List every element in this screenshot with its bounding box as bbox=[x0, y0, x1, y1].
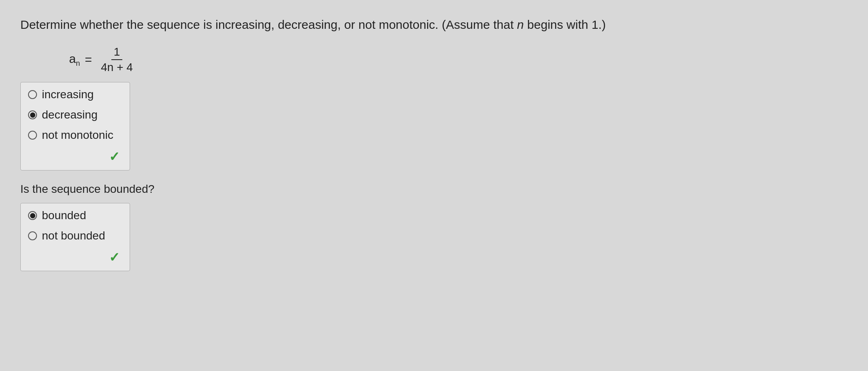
option-not-bounded-label: not bounded bbox=[42, 229, 105, 242]
fraction-numerator: 1 bbox=[111, 45, 123, 60]
option-increasing-label: increasing bbox=[42, 88, 94, 101]
option-decreasing-label: decreasing bbox=[42, 108, 98, 121]
question-main: Determine whether the sequence is increa… bbox=[20, 18, 517, 31]
radio-not-bounded[interactable] bbox=[28, 231, 37, 240]
option-bounded-label: bounded bbox=[42, 209, 86, 222]
formula-fraction: 1 4n + 4 bbox=[98, 45, 135, 74]
question-text: Determine whether the sequence is increa… bbox=[20, 16, 848, 33]
bounded-question-text: Is the sequence bounded? bbox=[20, 183, 848, 196]
option-not-bounded[interactable]: not bounded bbox=[28, 229, 120, 242]
formula-equals: = bbox=[85, 53, 92, 67]
fraction-denominator: 4n + 4 bbox=[98, 60, 135, 74]
formula-subscript: n bbox=[76, 59, 80, 67]
radio-bounded-fill bbox=[30, 213, 35, 218]
option-decreasing[interactable]: decreasing bbox=[28, 108, 120, 121]
question-italic-n: n bbox=[517, 18, 524, 31]
option-not-monotonic[interactable]: not monotonic bbox=[28, 129, 120, 142]
bounded-checkmark-icon: ✓ bbox=[109, 250, 120, 265]
radio-increasing[interactable] bbox=[28, 90, 37, 99]
formula-lhs: an bbox=[69, 52, 80, 68]
radio-bounded[interactable] bbox=[28, 211, 37, 220]
option-bounded[interactable]: bounded bbox=[28, 209, 120, 222]
monotonic-checkmark-row: ✓ bbox=[28, 149, 120, 164]
bounded-checkmark-row: ✓ bbox=[28, 250, 120, 265]
radio-decreasing-fill bbox=[30, 112, 35, 118]
radio-decreasing[interactable] bbox=[28, 110, 37, 119]
option-not-monotonic-label: not monotonic bbox=[42, 129, 113, 142]
monotonic-options-box: increasing decreasing not monotonic ✓ bbox=[20, 82, 130, 170]
bounded-options-box: bounded not bounded ✓ bbox=[20, 203, 130, 271]
formula-container: an = 1 4n + 4 bbox=[69, 45, 848, 74]
question-end: begins with 1.) bbox=[524, 18, 606, 31]
monotonic-checkmark-icon: ✓ bbox=[109, 149, 120, 164]
option-increasing[interactable]: increasing bbox=[28, 88, 120, 101]
radio-not-monotonic[interactable] bbox=[28, 131, 37, 140]
